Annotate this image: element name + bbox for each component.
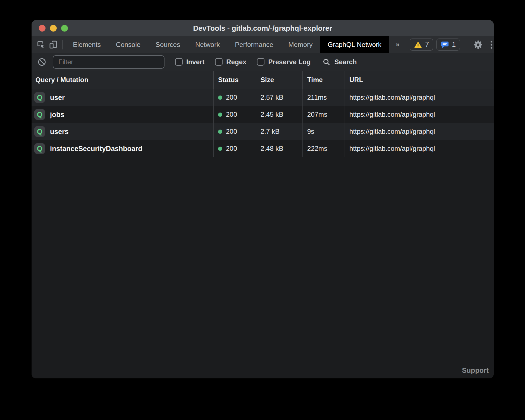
tab-graphql-network[interactable]: GraphQL Network	[320, 36, 389, 53]
status-ok-dot	[218, 147, 222, 151]
table-row[interactable]: Q users 200 2.7 kB 9s https://gitlab.com…	[32, 123, 494, 140]
tab-elements[interactable]: Elements	[65, 36, 108, 53]
preserve-log-checkbox[interactable]	[257, 58, 264, 66]
query-type-badge: Q	[34, 109, 45, 120]
issue-count: 1	[452, 40, 456, 49]
column-header-query[interactable]: Query / Mutation	[32, 71, 213, 89]
time-cell: 211ms	[302, 89, 345, 106]
search-toggle[interactable]: Search	[322, 58, 357, 66]
column-header-time[interactable]: Time	[302, 71, 345, 89]
column-header-size[interactable]: Size	[256, 71, 302, 89]
titlebar: DevTools - gitlab.com/-/graphql-explorer	[32, 20, 494, 36]
warning-icon	[414, 41, 422, 49]
regex-checkbox-group[interactable]: Regex	[215, 58, 246, 66]
warning-count: 7	[425, 40, 429, 49]
status-ok-dot	[218, 96, 222, 100]
invert-label: Invert	[186, 58, 204, 66]
size-cell: 2.7 kB	[256, 123, 302, 140]
issues-badge[interactable]: 1	[436, 39, 460, 51]
url-cell: https://gitlab.com/api/graphql	[345, 140, 494, 157]
tabbar-separator-2	[465, 40, 465, 49]
inspect-icon	[36, 40, 46, 49]
filter-input[interactable]	[53, 55, 164, 69]
tab-performance[interactable]: Performance	[227, 36, 281, 53]
query-name: jobs	[50, 111, 64, 119]
query-name: user	[50, 94, 65, 102]
time-cell: 207ms	[302, 106, 345, 123]
search-label: Search	[334, 58, 357, 66]
column-header-status[interactable]: Status	[213, 71, 256, 89]
table-row[interactable]: Q user 200 2.57 kB 211ms https://gitlab.…	[32, 89, 494, 106]
regex-checkbox[interactable]	[215, 58, 223, 66]
query-type-badge: Q	[34, 126, 45, 137]
size-cell: 2.57 kB	[256, 89, 302, 106]
invert-checkbox-group[interactable]: Invert	[175, 58, 204, 66]
status-ok-dot	[218, 130, 222, 134]
time-cell: 9s	[302, 123, 345, 140]
more-tabs-button[interactable]: »	[389, 40, 406, 49]
toggle-device-toolbar-button[interactable]	[47, 39, 59, 51]
url-cell: https://gitlab.com/api/graphql	[345, 89, 494, 106]
settings-button[interactable]	[472, 39, 484, 51]
device-toolbar-icon	[49, 40, 58, 49]
status-code: 200	[226, 145, 237, 152]
size-cell: 2.48 kB	[256, 140, 302, 157]
devtools-window: DevTools - gitlab.com/-/graphql-explorer	[32, 20, 494, 378]
table-row[interactable]: Q jobs 200 2.45 kB 207ms https://gitlab.…	[32, 106, 494, 123]
clear-log-button[interactable]	[37, 56, 47, 68]
filter-toolbar: Invert Regex Preserve Log Search	[32, 53, 494, 71]
status-code: 200	[226, 111, 237, 118]
status-code: 200	[226, 128, 237, 135]
time-cell: 222ms	[302, 140, 345, 157]
issues-icon	[441, 41, 449, 49]
settings-icon	[473, 40, 483, 50]
requests-table-header: Query / Mutation Status Size Time URL	[32, 71, 494, 89]
query-type-badge: Q	[34, 92, 45, 103]
support-link[interactable]: Support	[462, 366, 489, 374]
menu-icon	[487, 40, 494, 49]
panel-tabs: Elements Console Sources Network Perform…	[65, 36, 389, 53]
tab-console[interactable]: Console	[108, 36, 148, 53]
tabbar-separator	[62, 40, 63, 49]
preserve-log-label: Preserve Log	[268, 58, 311, 66]
warnings-badge[interactable]: 7	[410, 39, 433, 51]
search-icon	[322, 58, 331, 66]
block-icon	[37, 58, 46, 66]
devtools-menu-button[interactable]	[485, 39, 494, 51]
status-code: 200	[226, 94, 237, 101]
invert-checkbox[interactable]	[175, 58, 183, 66]
window-title: DevTools - gitlab.com/-/graphql-explorer	[32, 20, 494, 36]
devtools-tabbar: Elements Console Sources Network Perform…	[32, 36, 494, 53]
query-name: users	[50, 128, 69, 136]
panel-empty-area: Support	[32, 157, 494, 378]
regex-label: Regex	[226, 58, 246, 66]
more-tabs-icon: »	[396, 40, 400, 49]
query-type-badge: Q	[34, 143, 45, 154]
tab-memory[interactable]: Memory	[281, 36, 320, 53]
status-ok-dot	[218, 113, 222, 117]
url-cell: https://gitlab.com/api/graphql	[345, 123, 494, 140]
table-row[interactable]: Q instanceSecurityDashboard 200 2.48 kB …	[32, 140, 494, 157]
query-name: instanceSecurityDashboard	[50, 145, 142, 153]
column-header-url[interactable]: URL	[345, 71, 494, 89]
tab-sources[interactable]: Sources	[148, 36, 188, 53]
inspect-element-button[interactable]	[35, 39, 47, 51]
preserve-log-checkbox-group[interactable]: Preserve Log	[257, 58, 311, 66]
tab-network[interactable]: Network	[188, 36, 227, 53]
url-cell: https://gitlab.com/api/graphql	[345, 106, 494, 123]
size-cell: 2.45 kB	[256, 106, 302, 123]
